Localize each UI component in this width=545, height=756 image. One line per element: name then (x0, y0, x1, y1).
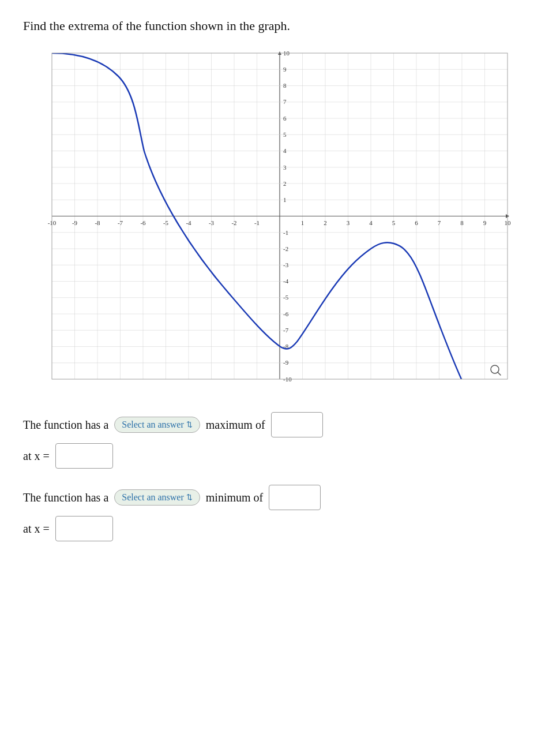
svg-text:9: 9 (283, 66, 287, 73)
page-title: Find the extrema of the function shown i… (23, 18, 522, 33)
svg-text:-2: -2 (283, 245, 288, 252)
at-x-maximum-label: at x = (23, 450, 50, 463)
svg-text:2: 2 (324, 219, 327, 226)
svg-text:-7: -7 (283, 327, 289, 334)
select-answer-maximum-btn[interactable]: Select an answer ⇅ (114, 417, 200, 433)
svg-text:-5: -5 (163, 219, 169, 226)
svg-text:5: 5 (392, 219, 396, 226)
minimum-row: The function has a Select an answer ⇅ mi… (23, 485, 522, 510)
svg-text:1: 1 (283, 196, 287, 203)
select-answer-minimum-label: Select an answer (122, 492, 184, 503)
at-x-minimum-row: at x = (23, 516, 522, 541)
svg-text:-6: -6 (140, 219, 146, 226)
maximum-row: The function has a Select an answer ⇅ ma… (23, 412, 522, 437)
svg-text:-9: -9 (72, 219, 78, 226)
svg-text:7: 7 (438, 219, 441, 226)
svg-text:-6: -6 (283, 310, 289, 317)
at-x-minimum-input[interactable] (55, 516, 113, 541)
svg-text:7: 7 (283, 98, 287, 105)
graph-svg: // We'll draw in SVG directly (23, 47, 519, 394)
svg-text:9: 9 (483, 219, 487, 226)
at-x-maximum-input[interactable] (55, 443, 113, 469)
svg-text:6: 6 (415, 219, 418, 226)
svg-text:6: 6 (283, 115, 287, 122)
select-answer-minimum-btn[interactable]: Select an answer ⇅ (114, 489, 200, 506)
magnifier-icon (491, 365, 501, 375)
graph-container: // We'll draw in SVG directly (23, 47, 519, 394)
svg-text:-7: -7 (118, 219, 123, 226)
svg-text:-4: -4 (283, 278, 289, 285)
svg-text:-4: -4 (186, 219, 191, 226)
svg-text:-8: -8 (95, 219, 100, 226)
svg-text:4: 4 (369, 219, 373, 226)
select-answer-maximum-label: Select an answer (122, 420, 184, 430)
svg-text:8: 8 (283, 82, 287, 89)
svg-text:3: 3 (283, 164, 287, 171)
svg-text:-1: -1 (283, 229, 288, 236)
at-x-maximum-row: at x = (23, 443, 522, 469)
svg-text:3: 3 (347, 219, 350, 226)
svg-text:-9: -9 (283, 359, 289, 366)
chevron-down-icon: ⇅ (186, 420, 193, 429)
minimum-middle: minimum of (206, 491, 263, 504)
minimum-value-input[interactable] (269, 485, 321, 510)
svg-text:1: 1 (301, 219, 305, 226)
svg-text:-1: -1 (254, 219, 260, 226)
svg-text:-3: -3 (209, 219, 215, 226)
maximum-middle: maximum of (206, 418, 265, 432)
svg-text:-3: -3 (283, 261, 289, 268)
maximum-prefix: The function has a (23, 418, 108, 432)
minimum-prefix: The function has a (23, 491, 108, 504)
at-x-minimum-label: at x = (23, 522, 50, 536)
maximum-value-input[interactable] (271, 412, 323, 437)
svg-text:5: 5 (283, 131, 287, 138)
svg-text:4: 4 (283, 147, 287, 154)
chevron-down-icon-2: ⇅ (186, 493, 193, 502)
svg-text:-2: -2 (231, 219, 236, 226)
svg-text:8: 8 (460, 219, 464, 226)
svg-text:2: 2 (283, 180, 287, 187)
svg-text:-5: -5 (283, 294, 289, 301)
svg-line-86 (498, 372, 501, 375)
